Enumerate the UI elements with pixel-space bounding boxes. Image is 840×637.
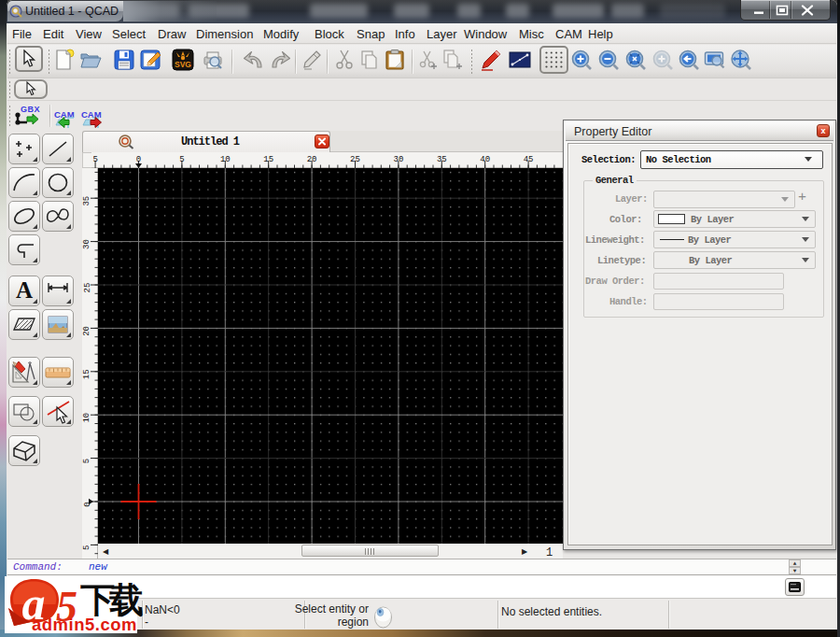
svg-text:SVG: SVG: [175, 60, 191, 69]
svg-text:35: 35: [437, 155, 447, 164]
svg-text:35: 35: [83, 196, 92, 206]
svg-text:30: 30: [83, 239, 92, 249]
svg-text:5: 5: [179, 155, 184, 164]
svg-text:5: 5: [92, 155, 97, 164]
svg-text:20: 20: [83, 326, 92, 336]
svg-text:10: 10: [220, 155, 231, 164]
svg-text:20: 20: [307, 155, 317, 164]
svg-text:5: 5: [83, 545, 92, 550]
svg-text:45: 45: [524, 155, 534, 164]
svg-text:10: 10: [83, 413, 92, 423]
svg-text:5: 5: [83, 459, 92, 463]
svg-text:25: 25: [83, 283, 92, 293]
svg-text:15: 15: [263, 155, 273, 164]
svg-text:15: 15: [83, 369, 92, 379]
svg-text:25: 25: [350, 155, 360, 164]
svg-text:0: 0: [136, 155, 141, 164]
svg-text:40: 40: [480, 155, 490, 164]
svg-text:A: A: [16, 277, 33, 303]
svg-text:30: 30: [393, 155, 403, 164]
